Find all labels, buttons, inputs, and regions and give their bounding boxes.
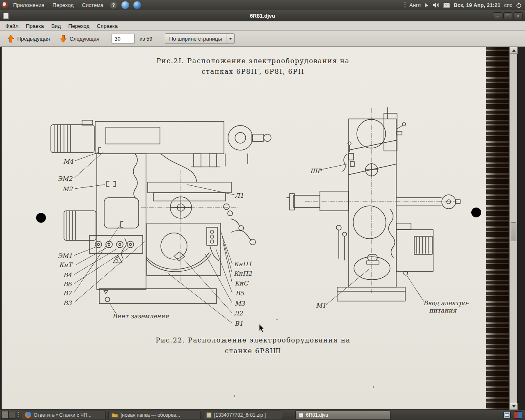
maximize-button[interactable]: □ [503, 12, 512, 19]
figure-label-em2: ЭМ2 [57, 175, 72, 183]
figure-label-v5: В5 [235, 290, 244, 297]
scroll-up-icon [512, 49, 516, 52]
help-icon[interactable] [110, 2, 117, 9]
figure-label-kns: КнС [235, 280, 248, 287]
vertical-scrollbar[interactable] [509, 47, 517, 410]
menu-places[interactable]: Переход [49, 1, 78, 9]
figure-label-knt: КнТ [59, 261, 72, 269]
zoom-mode-value: По ширине страницы [165, 36, 226, 42]
distro-logo-icon[interactable] [2, 2, 9, 9]
chevron-down-icon [229, 38, 232, 40]
power-icon[interactable] [516, 2, 522, 8]
tray-text: спс [504, 2, 512, 8]
pointer-icon [425, 3, 429, 8]
punch-hole-left [36, 213, 46, 223]
figure-label-knp1: КнП1 [234, 260, 252, 268]
tray-window-list-icon[interactable] [503, 412, 511, 418]
mail-icon[interactable] [443, 3, 450, 8]
zoom-mode-select[interactable]: По ширине страницы [165, 33, 235, 44]
figure-label-v7: В7 [63, 290, 72, 297]
document-icon [299, 412, 304, 418]
up-arrow-icon [7, 35, 14, 43]
figure-label-power-line2: питания [429, 307, 457, 314]
next-page-label: Следующая [70, 36, 100, 42]
figure21-caption: Рис.2I. Расположение электрооборудования… [138, 56, 368, 77]
mouse-cursor [259, 324, 264, 333]
down-arrow-icon [60, 35, 67, 43]
figure-label-l1: Л1 [235, 192, 244, 199]
keyboard-layout-indicator[interactable]: Англ [409, 2, 421, 8]
taskbar-tray [503, 411, 524, 419]
next-page-button[interactable]: Следующая [56, 33, 104, 45]
figure-label-power: Ввод электро- питания [423, 299, 469, 314]
previous-page-label: Предыдущая [17, 36, 50, 42]
app-menubar: Файл Правка Вид Переход Справка [0, 21, 525, 31]
menu-file[interactable]: Файл [2, 22, 22, 30]
taskbar-item-label: [новая папка — обозрев... [121, 412, 180, 418]
scroll-down-icon [512, 405, 516, 408]
taskbar-item-label: [1334077782_6r81.zip ] [214, 412, 266, 418]
window-title: 6R81.djvu [0, 13, 525, 19]
browser-icon [25, 412, 31, 418]
taskbar-item-browser[interactable]: Ответить • Станки с ЧП... [22, 411, 106, 419]
browser-launcher-icon[interactable] [121, 1, 129, 9]
menu-edit[interactable]: Правка [22, 22, 48, 30]
previous-page-button[interactable]: Предыдущая [3, 33, 54, 45]
scroll-down-button[interactable] [510, 403, 518, 410]
tasklist-handle[interactable] [18, 412, 19, 418]
taskbar-item-file-manager[interactable]: [новая папка — обозрев... [108, 411, 201, 419]
centerlines [141, 108, 457, 293]
punch-hole-right [471, 208, 481, 217]
figure-label-knp2: КнП2 [234, 270, 252, 277]
taskbar-item-archive[interactable]: [1334077782_6r81.zip ] [203, 411, 282, 419]
window-titlebar[interactable]: 6R81.djvu – □ × [0, 10, 525, 21]
applet-handle[interactable] [404, 2, 406, 8]
volume-icon[interactable] [433, 2, 440, 8]
scrollbar-thumb[interactable] [511, 222, 516, 241]
menu-applications[interactable]: Приложения [9, 1, 48, 9]
menu-help[interactable]: Справка [93, 22, 121, 30]
figure-label-v6: В6 [63, 281, 72, 288]
figure-label-shr: ШР [310, 167, 321, 175]
window-controls: – □ × [493, 12, 525, 19]
figure22-caption-line2: станке 6Р8IШ [138, 346, 368, 356]
close-button[interactable]: × [514, 12, 523, 19]
scroll-up-button[interactable] [510, 47, 518, 54]
figure22-machine-drawing [287, 107, 460, 301]
page-number-input[interactable] [112, 34, 135, 43]
menu-view[interactable]: Вид [48, 22, 65, 30]
taskbar-item-label: Ответить • Станки с ЧП... [34, 412, 91, 418]
figure-label-l2: Л2 [234, 310, 243, 317]
archive-icon [206, 412, 212, 418]
figure-label-v3: В3 [63, 299, 72, 307]
workspace-1[interactable] [2, 411, 9, 418]
figure-label-em1: ЭМ1 [57, 252, 72, 260]
figure22-caption: Рис.22. Расположение электрооборудования… [138, 335, 368, 356]
scanned-page: Рис.2I. Расположение электрооборудования… [2, 47, 509, 409]
app-toolbar: Предыдущая Следующая из 59 По ширине стр… [0, 31, 525, 47]
clock[interactable]: Вск, 19 Апр, 21:21 [454, 2, 500, 8]
menu-system[interactable]: Система [78, 1, 107, 9]
tray-app-icon[interactable] [514, 411, 522, 419]
figure-label-m1: М1 [316, 302, 326, 309]
figure-label-v4: В4 [63, 272, 72, 279]
combo-arrow [226, 34, 234, 43]
taskbar-item-label: 6R81.djvu [306, 412, 328, 418]
figure21-caption-line1: Рис.2I. Расположение электрооборудования… [138, 56, 368, 66]
menu-go[interactable]: Переход [64, 22, 93, 30]
workspace-switcher[interactable] [1, 411, 15, 419]
page-total-label: из 59 [139, 36, 152, 42]
workspace-2[interactable] [9, 411, 15, 418]
app-launcher-icon[interactable] [133, 1, 141, 9]
panel-right: Англ Вск, 19 Апр, 21:21 спс [404, 2, 525, 8]
folder-icon [112, 412, 118, 418]
document-viewport[interactable]: Рис.2I. Расположение электрооборудования… [0, 47, 525, 410]
taskbar-item-djvu-viewer[interactable]: 6R81.djvu [295, 411, 390, 419]
figure-label-m3: М3 [235, 300, 245, 307]
top-panel: Приложения Переход Система Англ Вск, 19 … [0, 0, 525, 10]
scan-speck [373, 386, 374, 388]
scan-film-edge [486, 47, 509, 409]
minimize-button[interactable]: – [493, 12, 502, 19]
figure-label-power-line1: Ввод электро- [423, 299, 469, 307]
taskbar: Ответить • Станки с ЧП... [новая папка —… [0, 410, 525, 420]
